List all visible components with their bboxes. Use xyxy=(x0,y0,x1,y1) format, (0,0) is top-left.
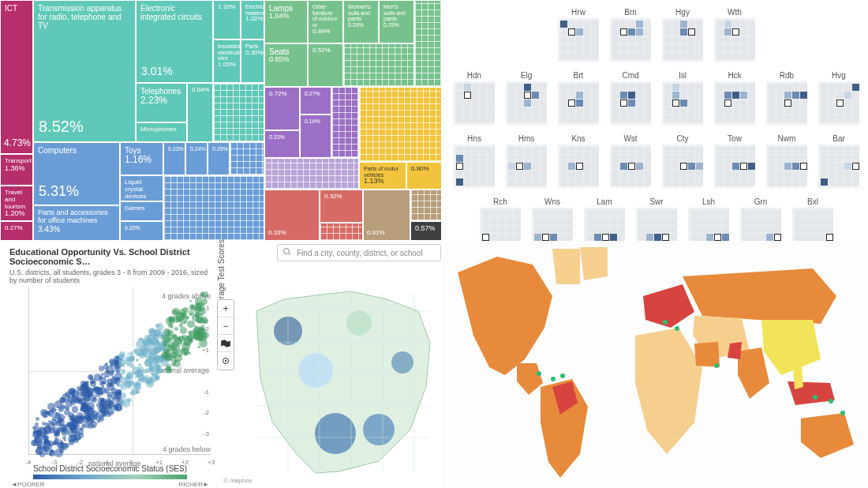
svg-point-8 xyxy=(298,353,333,388)
sm-label: Hrw xyxy=(558,8,599,17)
map-pin xyxy=(560,374,565,378)
sm-Hms[interactable]: Hms xyxy=(506,134,547,188)
sm-label: Wns xyxy=(532,197,573,206)
sm-cells xyxy=(662,81,703,125)
sm-label: Cmd xyxy=(610,71,651,80)
tm-travel: Travel and tourism 1.20% xyxy=(0,186,33,221)
sm-cells xyxy=(766,81,807,125)
sm-label: Wst xyxy=(610,134,651,143)
sm-label: Brt xyxy=(558,71,599,80)
sm-cells xyxy=(558,81,599,125)
tm-lamps: Lamps 1.04% xyxy=(264,0,308,43)
sm-cells xyxy=(558,145,599,188)
tm-s033: 0.33% xyxy=(264,190,320,241)
tm-parts: Parts 0.30% xyxy=(241,39,264,83)
scatter-subtitle: U.S. districts, all students, grades 3 -… xyxy=(9,268,211,284)
scatter-chart: 4 grades above 4 grades below national a… xyxy=(9,287,211,471)
locate-button[interactable] xyxy=(218,352,234,370)
sm-cells xyxy=(714,145,755,188)
sm-Rdb[interactable]: Rdb xyxy=(766,71,807,125)
tm-tan081: 0.81% xyxy=(363,190,410,241)
map-pin xyxy=(551,377,556,381)
sm-label: Swr xyxy=(636,197,677,206)
tm-office: Parts and accessories for office machine… xyxy=(33,205,120,241)
tm-teal-084: 0.84% xyxy=(187,83,213,142)
sm-label: Cty xyxy=(662,134,703,143)
sm-label: Hms xyxy=(506,134,547,143)
tm-lcd: Liquid crystal devices 0.85% xyxy=(120,175,163,201)
sm-label: Hns xyxy=(454,134,495,143)
sm-cells xyxy=(766,145,807,188)
tm-g052: 0.52% xyxy=(308,43,343,87)
sm-Elg[interactable]: Elg xyxy=(506,71,547,125)
treemap-chart: ICT 4.73% Transport 1.36% Travel and tou… xyxy=(0,0,442,241)
map-search[interactable]: Find a city, county, district, or school xyxy=(277,244,441,261)
map-pin xyxy=(813,395,817,400)
sm-cells xyxy=(506,145,547,188)
scatter-legend: ◄POORER RICHER► xyxy=(33,475,187,479)
sm-label: Lsh xyxy=(688,197,729,206)
tm-b023: 0.23% xyxy=(163,142,185,175)
tm-tel: Telephones 2.23% xyxy=(136,83,187,122)
map-pin xyxy=(840,411,845,415)
sm-Wst[interactable]: Wst xyxy=(610,134,651,188)
sm-Tow[interactable]: Tow xyxy=(714,134,755,188)
sm-Isl[interactable]: Isl xyxy=(662,71,703,125)
map-pin xyxy=(663,320,668,325)
sm-cells xyxy=(610,145,651,188)
sm-cells xyxy=(454,145,495,188)
tm-p072: 0.72% xyxy=(264,87,300,130)
sm-label: Bar xyxy=(818,134,859,143)
tm-computers: Computers 5.31% xyxy=(33,142,120,205)
sm-Brt[interactable]: Brt xyxy=(558,71,599,125)
sm-cells xyxy=(714,81,755,125)
sm-Hgy[interactable]: Hgy xyxy=(662,8,703,62)
sm-label: Hdn xyxy=(454,71,495,80)
map-attribution: © mapbox xyxy=(220,476,256,485)
sm-label: Rdb xyxy=(766,71,807,80)
tm-ws: Women's suits and pants 0.28% xyxy=(343,0,379,43)
tm-b024: 0.24% xyxy=(185,142,208,175)
sm-cells xyxy=(818,81,859,125)
svg-point-0 xyxy=(284,249,290,254)
tm-other-pink: 0.27% xyxy=(0,221,33,241)
tm-wire: Insulated electrical wire 1.03% xyxy=(213,39,241,83)
tm-eic: Electronic integrated circuits 3.01% xyxy=(136,0,213,83)
zoom-out-button[interactable]: − xyxy=(218,317,234,335)
sm-Hrw[interactable]: Hrw xyxy=(558,8,599,62)
tm-of: Other furniture of outdoor or 0.84% xyxy=(308,0,343,43)
sm-cells xyxy=(610,18,651,62)
sm-cells xyxy=(662,145,703,188)
sm-Hdn[interactable]: Hdn xyxy=(454,71,495,125)
sm-label: Brn xyxy=(610,8,651,17)
sm-cells xyxy=(714,18,755,62)
tm-ict: ICT 4.73% xyxy=(0,0,33,154)
sm-label: Lam xyxy=(584,197,625,206)
world-map[interactable] xyxy=(442,241,868,488)
sm-cells xyxy=(506,81,547,125)
sm-Brn[interactable]: Brn xyxy=(610,8,651,62)
sm-cells xyxy=(610,81,651,125)
sm-Hns[interactable]: Hns xyxy=(454,134,495,188)
tm-transmission: Transmission apparatus for radio, teleph… xyxy=(33,0,136,142)
sm-Wth[interactable]: Wth xyxy=(714,8,755,62)
sm-Nwm[interactable]: Nwm xyxy=(766,134,807,188)
svg-point-20 xyxy=(225,360,226,362)
sm-Cmd[interactable]: Cmd xyxy=(610,71,651,125)
search-placeholder: Find a city, county, district, or school xyxy=(297,249,423,257)
sm-Cty[interactable]: Cty xyxy=(662,134,703,188)
sm-cells xyxy=(662,18,703,62)
sm-label: Isl xyxy=(662,71,703,80)
us-map[interactable] xyxy=(241,268,446,481)
svg-point-7 xyxy=(346,310,372,336)
sm-Bar[interactable]: Bar xyxy=(818,134,859,188)
sm-Kns[interactable]: Kns xyxy=(558,134,599,188)
sm-cells xyxy=(454,81,495,125)
tm-heat: Electric heaters 1.02% xyxy=(241,0,264,39)
sm-Hvg[interactable]: Hvg xyxy=(818,71,859,125)
tm-toys: Toys 1.16% xyxy=(120,142,163,175)
region-select-button[interactable] xyxy=(218,335,234,352)
zoom-in-button[interactable]: + xyxy=(218,300,234,317)
sm-Hck[interactable]: Hck xyxy=(714,71,755,125)
svg-point-4 xyxy=(315,413,356,454)
